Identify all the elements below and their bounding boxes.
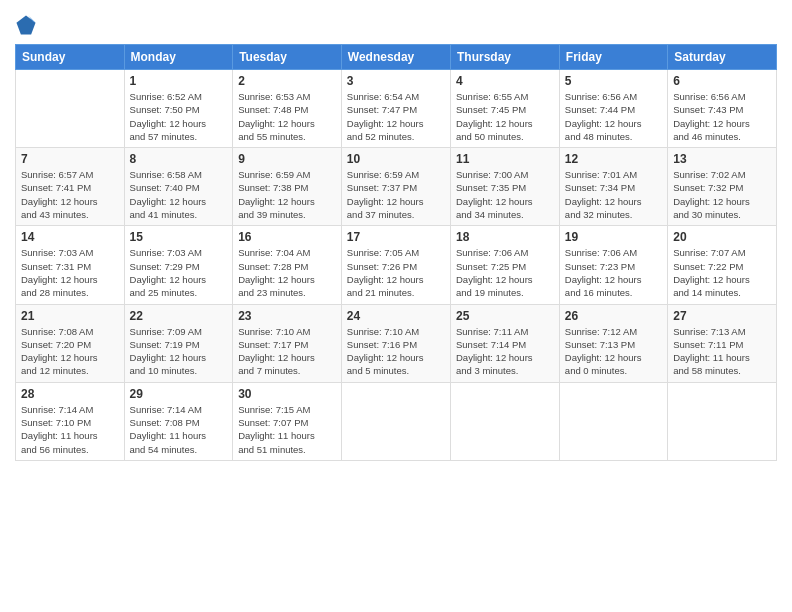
day-number: 12 [565, 152, 662, 166]
day-number: 2 [238, 74, 336, 88]
day-info: Sunrise: 7:14 AM Sunset: 7:08 PM Dayligh… [130, 403, 228, 456]
day-number: 30 [238, 387, 336, 401]
day-info: Sunrise: 7:06 AM Sunset: 7:25 PM Dayligh… [456, 246, 554, 299]
day-number: 10 [347, 152, 445, 166]
calendar-cell: 15Sunrise: 7:03 AM Sunset: 7:29 PM Dayli… [124, 226, 233, 304]
calendar-cell: 29Sunrise: 7:14 AM Sunset: 7:08 PM Dayli… [124, 382, 233, 460]
day-info: Sunrise: 7:03 AM Sunset: 7:31 PM Dayligh… [21, 246, 119, 299]
day-number: 1 [130, 74, 228, 88]
day-number: 4 [456, 74, 554, 88]
calendar-cell: 30Sunrise: 7:15 AM Sunset: 7:07 PM Dayli… [233, 382, 342, 460]
calendar-cell: 11Sunrise: 7:00 AM Sunset: 7:35 PM Dayli… [451, 148, 560, 226]
day-number: 28 [21, 387, 119, 401]
calendar-cell: 14Sunrise: 7:03 AM Sunset: 7:31 PM Dayli… [16, 226, 125, 304]
weekday-header-tuesday: Tuesday [233, 45, 342, 70]
day-number: 9 [238, 152, 336, 166]
day-info: Sunrise: 7:10 AM Sunset: 7:16 PM Dayligh… [347, 325, 445, 378]
calendar-cell: 17Sunrise: 7:05 AM Sunset: 7:26 PM Dayli… [341, 226, 450, 304]
weekday-header-wednesday: Wednesday [341, 45, 450, 70]
day-number: 20 [673, 230, 771, 244]
calendar-cell: 23Sunrise: 7:10 AM Sunset: 7:17 PM Dayli… [233, 304, 342, 382]
svg-marker-0 [16, 15, 35, 34]
calendar-cell: 21Sunrise: 7:08 AM Sunset: 7:20 PM Dayli… [16, 304, 125, 382]
day-number: 29 [130, 387, 228, 401]
day-number: 21 [21, 309, 119, 323]
weekday-header-thursday: Thursday [451, 45, 560, 70]
calendar-cell: 4Sunrise: 6:55 AM Sunset: 7:45 PM Daylig… [451, 70, 560, 148]
calendar-cell: 16Sunrise: 7:04 AM Sunset: 7:28 PM Dayli… [233, 226, 342, 304]
calendar-cell: 5Sunrise: 6:56 AM Sunset: 7:44 PM Daylig… [559, 70, 667, 148]
day-info: Sunrise: 7:10 AM Sunset: 7:17 PM Dayligh… [238, 325, 336, 378]
week-row-1: 7Sunrise: 6:57 AM Sunset: 7:41 PM Daylig… [16, 148, 777, 226]
weekday-header-friday: Friday [559, 45, 667, 70]
day-info: Sunrise: 7:01 AM Sunset: 7:34 PM Dayligh… [565, 168, 662, 221]
day-number: 25 [456, 309, 554, 323]
header [15, 10, 777, 36]
logo-icon [15, 14, 37, 36]
calendar-cell: 13Sunrise: 7:02 AM Sunset: 7:32 PM Dayli… [668, 148, 777, 226]
day-info: Sunrise: 7:13 AM Sunset: 7:11 PM Dayligh… [673, 325, 771, 378]
logo [15, 14, 40, 36]
day-number: 27 [673, 309, 771, 323]
day-info: Sunrise: 7:14 AM Sunset: 7:10 PM Dayligh… [21, 403, 119, 456]
week-row-3: 21Sunrise: 7:08 AM Sunset: 7:20 PM Dayli… [16, 304, 777, 382]
day-info: Sunrise: 6:56 AM Sunset: 7:44 PM Dayligh… [565, 90, 662, 143]
day-info: Sunrise: 7:12 AM Sunset: 7:13 PM Dayligh… [565, 325, 662, 378]
page: SundayMondayTuesdayWednesdayThursdayFrid… [0, 0, 792, 612]
day-info: Sunrise: 6:55 AM Sunset: 7:45 PM Dayligh… [456, 90, 554, 143]
calendar-cell: 12Sunrise: 7:01 AM Sunset: 7:34 PM Dayli… [559, 148, 667, 226]
calendar-cell [451, 382, 560, 460]
calendar-cell: 9Sunrise: 6:59 AM Sunset: 7:38 PM Daylig… [233, 148, 342, 226]
day-number: 7 [21, 152, 119, 166]
day-number: 15 [130, 230, 228, 244]
day-number: 13 [673, 152, 771, 166]
week-row-2: 14Sunrise: 7:03 AM Sunset: 7:31 PM Dayli… [16, 226, 777, 304]
day-info: Sunrise: 6:56 AM Sunset: 7:43 PM Dayligh… [673, 90, 771, 143]
calendar-cell: 25Sunrise: 7:11 AM Sunset: 7:14 PM Dayli… [451, 304, 560, 382]
day-info: Sunrise: 7:09 AM Sunset: 7:19 PM Dayligh… [130, 325, 228, 378]
day-number: 18 [456, 230, 554, 244]
day-info: Sunrise: 7:07 AM Sunset: 7:22 PM Dayligh… [673, 246, 771, 299]
day-info: Sunrise: 6:57 AM Sunset: 7:41 PM Dayligh… [21, 168, 119, 221]
day-info: Sunrise: 7:04 AM Sunset: 7:28 PM Dayligh… [238, 246, 336, 299]
day-info: Sunrise: 7:08 AM Sunset: 7:20 PM Dayligh… [21, 325, 119, 378]
week-row-4: 28Sunrise: 7:14 AM Sunset: 7:10 PM Dayli… [16, 382, 777, 460]
day-info: Sunrise: 7:02 AM Sunset: 7:32 PM Dayligh… [673, 168, 771, 221]
calendar-cell: 6Sunrise: 6:56 AM Sunset: 7:43 PM Daylig… [668, 70, 777, 148]
week-row-0: 1Sunrise: 6:52 AM Sunset: 7:50 PM Daylig… [16, 70, 777, 148]
calendar: SundayMondayTuesdayWednesdayThursdayFrid… [15, 44, 777, 461]
day-info: Sunrise: 6:54 AM Sunset: 7:47 PM Dayligh… [347, 90, 445, 143]
calendar-cell: 19Sunrise: 7:06 AM Sunset: 7:23 PM Dayli… [559, 226, 667, 304]
day-info: Sunrise: 6:53 AM Sunset: 7:48 PM Dayligh… [238, 90, 336, 143]
day-number: 26 [565, 309, 662, 323]
calendar-cell: 2Sunrise: 6:53 AM Sunset: 7:48 PM Daylig… [233, 70, 342, 148]
calendar-cell: 20Sunrise: 7:07 AM Sunset: 7:22 PM Dayli… [668, 226, 777, 304]
weekday-header-sunday: Sunday [16, 45, 125, 70]
calendar-cell: 10Sunrise: 6:59 AM Sunset: 7:37 PM Dayli… [341, 148, 450, 226]
weekday-header-saturday: Saturday [668, 45, 777, 70]
day-info: Sunrise: 6:59 AM Sunset: 7:38 PM Dayligh… [238, 168, 336, 221]
day-info: Sunrise: 7:11 AM Sunset: 7:14 PM Dayligh… [456, 325, 554, 378]
day-number: 14 [21, 230, 119, 244]
day-number: 24 [347, 309, 445, 323]
day-info: Sunrise: 6:59 AM Sunset: 7:37 PM Dayligh… [347, 168, 445, 221]
day-info: Sunrise: 7:03 AM Sunset: 7:29 PM Dayligh… [130, 246, 228, 299]
calendar-cell: 3Sunrise: 6:54 AM Sunset: 7:47 PM Daylig… [341, 70, 450, 148]
calendar-cell [668, 382, 777, 460]
day-number: 16 [238, 230, 336, 244]
day-info: Sunrise: 6:58 AM Sunset: 7:40 PM Dayligh… [130, 168, 228, 221]
calendar-cell [16, 70, 125, 148]
calendar-cell: 22Sunrise: 7:09 AM Sunset: 7:19 PM Dayli… [124, 304, 233, 382]
calendar-cell [559, 382, 667, 460]
calendar-cell: 1Sunrise: 6:52 AM Sunset: 7:50 PM Daylig… [124, 70, 233, 148]
calendar-cell: 27Sunrise: 7:13 AM Sunset: 7:11 PM Dayli… [668, 304, 777, 382]
calendar-cell [341, 382, 450, 460]
day-number: 22 [130, 309, 228, 323]
weekday-header-row: SundayMondayTuesdayWednesdayThursdayFrid… [16, 45, 777, 70]
day-info: Sunrise: 6:52 AM Sunset: 7:50 PM Dayligh… [130, 90, 228, 143]
calendar-cell: 24Sunrise: 7:10 AM Sunset: 7:16 PM Dayli… [341, 304, 450, 382]
day-number: 23 [238, 309, 336, 323]
day-info: Sunrise: 7:06 AM Sunset: 7:23 PM Dayligh… [565, 246, 662, 299]
day-number: 17 [347, 230, 445, 244]
calendar-cell: 28Sunrise: 7:14 AM Sunset: 7:10 PM Dayli… [16, 382, 125, 460]
